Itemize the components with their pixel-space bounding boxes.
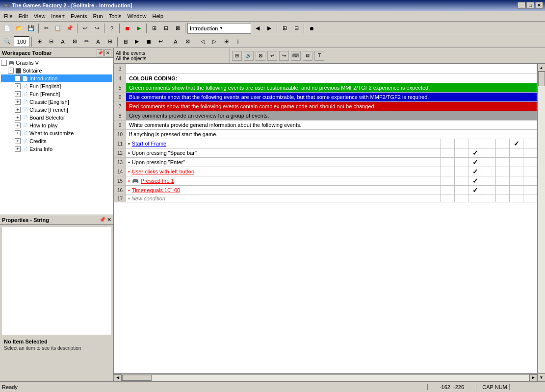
tree-expand-solitaire[interactable]: -: [8, 68, 14, 74]
action-cell[interactable]: [496, 176, 510, 186]
action-cell[interactable]: [496, 158, 510, 167]
action-cell[interactable]: [510, 186, 523, 195]
row-condition[interactable]: •Start of Frame: [126, 139, 441, 148]
t2-btn14[interactable]: ◁: [197, 36, 208, 47]
ev-icon-3[interactable]: ⊠: [256, 51, 265, 61]
workspace-header-buttons[interactable]: 📌 ✕: [97, 49, 111, 56]
maximize-button[interactable]: □: [526, 2, 534, 9]
ev-icon-8[interactable]: T: [314, 51, 324, 61]
action-cell[interactable]: [523, 186, 537, 195]
action-cell[interactable]: [441, 195, 455, 202]
tree-item-how-to[interactable]: +📄How to play: [1, 122, 112, 129]
table-row[interactable]: 16•Timer equals 10"-00✓: [114, 186, 537, 195]
action-cell[interactable]: ✓: [468, 186, 482, 195]
workspace-close-button[interactable]: ✕: [104, 49, 111, 56]
action-cell[interactable]: [468, 139, 482, 148]
tree-expand-board-sel[interactable]: +: [15, 115, 21, 121]
t2-btn13[interactable]: ⊠: [182, 36, 193, 47]
h-scrollbar[interactable]: ◀ ▶: [114, 373, 537, 381]
v-scroll-track[interactable]: [538, 72, 545, 373]
menu-item-file[interactable]: File: [1, 12, 16, 20]
table-row[interactable]: 12•Upon pressing "Space bar"✓: [114, 148, 537, 158]
ev-icon-1[interactable]: ⊞: [232, 51, 242, 61]
ev-icon-7[interactable]: 🖥: [303, 51, 312, 61]
row-condition[interactable]: •Timer equals 10"-00: [126, 186, 441, 195]
t2-btn15[interactable]: ▷: [209, 36, 220, 47]
table-row[interactable]: 11•Start of Frame✓: [114, 139, 537, 148]
action-cell[interactable]: [455, 148, 468, 158]
action-cell[interactable]: [441, 148, 455, 158]
next-frame-button[interactable]: ▶: [264, 23, 275, 34]
action-cell[interactable]: [523, 167, 537, 176]
frame-view2[interactable]: ⊟: [291, 23, 302, 34]
action-cell[interactable]: [496, 195, 510, 202]
action-cell[interactable]: [510, 167, 523, 176]
action-cell[interactable]: [455, 176, 468, 186]
menu-item-events[interactable]: Events: [68, 12, 90, 20]
props-pin-button[interactable]: 📌: [99, 217, 106, 223]
action-cell[interactable]: [455, 195, 468, 202]
t2-btn17[interactable]: T: [233, 36, 243, 47]
zoom-input[interactable]: 100: [14, 36, 29, 47]
action-cell[interactable]: [482, 148, 496, 158]
view-btn1[interactable]: ⊞: [149, 23, 159, 34]
t2-btn10[interactable]: ⏹: [143, 36, 154, 47]
action-cell[interactable]: [441, 139, 455, 148]
tree-item-board-sel[interactable]: +📄Board Selector: [1, 114, 112, 122]
open-button[interactable]: 📂: [14, 23, 25, 34]
ev-icon-2[interactable]: 🔊: [244, 51, 254, 61]
new-button[interactable]: 📄: [2, 23, 13, 34]
t2-btn2[interactable]: ⊟: [46, 36, 56, 47]
action-cell[interactable]: [482, 167, 496, 176]
tree-item-gracilis[interactable]: -🎮Gracilis V: [1, 59, 112, 67]
table-row[interactable]: 10If anything is pressed start the game.: [114, 130, 537, 139]
view-btn2[interactable]: ⊟: [160, 23, 171, 34]
action-cell[interactable]: [455, 167, 468, 176]
action-cell[interactable]: [441, 176, 455, 186]
tree-item-what-to[interactable]: +📄What to customize: [1, 129, 112, 137]
action-cell[interactable]: [510, 148, 523, 158]
tree-expand-credits[interactable]: +: [15, 138, 21, 144]
action-cell[interactable]: [455, 139, 468, 148]
frame-view1[interactable]: ⊞: [279, 23, 290, 34]
action-cell[interactable]: [510, 195, 523, 202]
action-cell[interactable]: [482, 195, 496, 202]
tree-expand-extra-info[interactable]: +: [15, 146, 21, 152]
tree-item-fun-fr[interactable]: +📄Fun [French]: [1, 90, 112, 98]
zoom-out-button[interactable]: 🔍: [2, 36, 13, 47]
close-button[interactable]: ✕: [535, 2, 543, 9]
workspace-pin-button[interactable]: 📌: [97, 49, 104, 56]
action-cell[interactable]: [441, 186, 455, 195]
action-cell[interactable]: [510, 158, 523, 167]
h-scroll-thumb[interactable]: [122, 375, 152, 381]
t2-btn11[interactable]: ↩: [155, 36, 166, 47]
action-cell[interactable]: [496, 167, 510, 176]
scroll-up-button[interactable]: ▲: [538, 64, 545, 72]
table-row[interactable]: 5Green comments show that the following …: [114, 83, 537, 93]
ev-icon-5[interactable]: ↪: [279, 51, 289, 61]
props-close-button[interactable]: ✕: [107, 217, 111, 223]
title-buttons[interactable]: _ □ ✕: [518, 2, 543, 9]
condition-text[interactable]: User clicks with left button: [132, 169, 194, 174]
tree-item-extra-info[interactable]: +📄Extra Info: [1, 145, 112, 153]
view-btn3[interactable]: ⊠: [172, 23, 183, 34]
table-row[interactable]: 14•User clicks with left button✓: [114, 167, 537, 176]
scroll-down-button[interactable]: ▼: [538, 373, 545, 381]
redo-button[interactable]: ↪: [91, 23, 102, 34]
table-row[interactable]: 6Blue comments show that the following e…: [114, 93, 537, 102]
action-cell[interactable]: [455, 158, 468, 167]
v-scrollbar[interactable]: ▲ ▼: [537, 64, 545, 381]
tree-expand-fun-en[interactable]: +: [15, 83, 21, 89]
action-cell[interactable]: [441, 158, 455, 167]
action-cell[interactable]: [523, 148, 537, 158]
tree-item-fun-en[interactable]: +📄Fun [English]: [1, 82, 112, 90]
t2-btn9[interactable]: ▶: [131, 36, 142, 47]
action-cell[interactable]: ✓: [468, 148, 482, 158]
table-row[interactable]: 13•Upon pressing "Enter"✓: [114, 158, 537, 167]
scroll-left-button[interactable]: ◀: [114, 374, 122, 381]
t2-btn12[interactable]: A: [170, 36, 181, 47]
h-scroll-track[interactable]: [122, 374, 529, 381]
action-cell[interactable]: [468, 195, 482, 202]
t2-btn7[interactable]: ⊞: [104, 36, 115, 47]
t2-btn16[interactable]: ⊞: [221, 36, 232, 47]
